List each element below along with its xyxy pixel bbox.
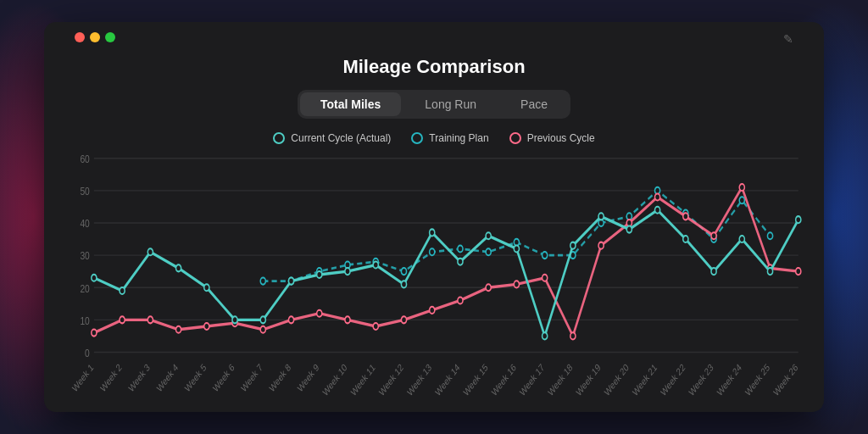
legend-item-current: Current Cycle (Actual) bbox=[273, 132, 391, 144]
svg-point-58 bbox=[767, 232, 772, 239]
svg-point-80 bbox=[683, 213, 688, 220]
svg-text:Week 26: Week 26 bbox=[771, 361, 799, 398]
svg-text:Week 19: Week 19 bbox=[574, 361, 602, 398]
svg-point-76 bbox=[570, 332, 576, 339]
legend-label-plan: Training Plan bbox=[429, 132, 488, 144]
svg-point-61 bbox=[147, 316, 153, 323]
svg-point-90 bbox=[232, 316, 237, 323]
svg-point-107 bbox=[711, 268, 716, 275]
title-bar: ✎ bbox=[61, 22, 807, 42]
svg-text:Week 14: Week 14 bbox=[433, 361, 461, 398]
svg-point-108 bbox=[739, 236, 744, 242]
svg-point-88 bbox=[176, 264, 181, 271]
svg-point-65 bbox=[260, 326, 265, 333]
svg-point-69 bbox=[373, 323, 378, 330]
svg-text:Week 22: Week 22 bbox=[659, 361, 687, 398]
legend-dot-current bbox=[273, 132, 285, 144]
tab-long-run[interactable]: Long Run bbox=[404, 92, 497, 116]
legend-label-prev: Previous Cycle bbox=[527, 132, 595, 144]
svg-text:10: 10 bbox=[80, 314, 90, 327]
svg-point-70 bbox=[401, 316, 406, 323]
legend-item-prev: Previous Cycle bbox=[509, 132, 595, 144]
svg-point-86 bbox=[120, 287, 125, 294]
svg-point-104 bbox=[626, 226, 632, 233]
svg-point-100 bbox=[514, 245, 519, 252]
svg-point-110 bbox=[796, 216, 801, 223]
svg-point-97 bbox=[430, 229, 435, 236]
tab-pace[interactable]: Pace bbox=[500, 92, 568, 116]
legend-item-plan: Training Plan bbox=[411, 132, 488, 144]
svg-text:Week 9: Week 9 bbox=[296, 361, 320, 393]
svg-point-101 bbox=[542, 332, 548, 339]
close-button[interactable] bbox=[75, 32, 85, 42]
svg-text:Week 8: Week 8 bbox=[268, 361, 292, 393]
svg-point-66 bbox=[288, 316, 293, 323]
svg-point-87 bbox=[147, 248, 153, 255]
svg-text:Week 4: Week 4 bbox=[155, 361, 180, 393]
svg-text:20: 20 bbox=[80, 281, 90, 295]
svg-point-72 bbox=[458, 297, 463, 303]
svg-point-93 bbox=[317, 271, 322, 278]
traffic-lights bbox=[75, 32, 115, 42]
svg-text:Week 23: Week 23 bbox=[687, 361, 715, 398]
svg-point-82 bbox=[739, 184, 744, 191]
legend-dot-prev bbox=[509, 132, 521, 144]
svg-point-48 bbox=[486, 248, 491, 255]
svg-point-98 bbox=[458, 259, 463, 265]
legend-dot-plan bbox=[411, 132, 423, 144]
edit-icon[interactable]: ✎ bbox=[783, 32, 793, 46]
svg-point-73 bbox=[486, 284, 491, 291]
svg-text:30: 30 bbox=[80, 249, 90, 263]
svg-point-59 bbox=[92, 330, 97, 337]
svg-text:Week 15: Week 15 bbox=[462, 361, 490, 398]
svg-point-68 bbox=[345, 316, 350, 323]
svg-text:Week 2: Week 2 bbox=[98, 361, 123, 393]
svg-point-45 bbox=[401, 268, 406, 275]
svg-text:0: 0 bbox=[85, 346, 90, 359]
svg-text:Week 5: Week 5 bbox=[183, 361, 208, 393]
svg-point-47 bbox=[458, 245, 463, 252]
svg-point-81 bbox=[711, 232, 716, 239]
svg-point-60 bbox=[120, 316, 125, 323]
svg-point-84 bbox=[796, 268, 801, 275]
svg-point-63 bbox=[204, 323, 209, 330]
minimize-button[interactable] bbox=[90, 32, 100, 42]
svg-point-94 bbox=[345, 268, 350, 275]
svg-point-103 bbox=[598, 213, 604, 220]
page-title: Mileage Comparison bbox=[61, 56, 807, 78]
maximize-button[interactable] bbox=[105, 32, 115, 42]
svg-point-99 bbox=[486, 232, 491, 239]
svg-point-92 bbox=[288, 278, 293, 285]
svg-point-40 bbox=[260, 278, 265, 285]
svg-text:40: 40 bbox=[80, 217, 90, 231]
svg-point-106 bbox=[683, 236, 688, 242]
svg-point-91 bbox=[260, 316, 265, 323]
svg-point-89 bbox=[204, 284, 209, 291]
chart-legend: Current Cycle (Actual) Training Plan Pre… bbox=[273, 132, 594, 144]
svg-point-62 bbox=[176, 326, 181, 333]
svg-text:Week 11: Week 11 bbox=[349, 361, 377, 398]
svg-text:Week 16: Week 16 bbox=[490, 361, 518, 398]
tab-total-miles[interactable]: Total Miles bbox=[300, 92, 401, 116]
svg-point-95 bbox=[373, 261, 378, 268]
svg-point-102 bbox=[570, 242, 576, 249]
svg-point-85 bbox=[92, 275, 97, 281]
svg-text:Week 6: Week 6 bbox=[211, 361, 236, 393]
svg-point-71 bbox=[430, 307, 435, 314]
svg-text:Week 25: Week 25 bbox=[743, 361, 771, 398]
chart-svg: 0102030405060Week 1Week 2Week 3Week 4Wee… bbox=[61, 153, 807, 403]
svg-point-67 bbox=[317, 310, 322, 317]
svg-text:Week 12: Week 12 bbox=[377, 361, 405, 398]
svg-point-46 bbox=[430, 248, 435, 255]
svg-point-77 bbox=[598, 242, 604, 249]
svg-text:60: 60 bbox=[80, 153, 90, 165]
svg-point-57 bbox=[739, 197, 744, 203]
svg-point-105 bbox=[655, 207, 660, 214]
svg-point-74 bbox=[514, 281, 519, 287]
svg-point-96 bbox=[401, 281, 406, 287]
chart-area: 0102030405060Week 1Week 2Week 3Week 4Wee… bbox=[61, 153, 807, 403]
svg-text:Week 13: Week 13 bbox=[405, 361, 433, 398]
svg-text:50: 50 bbox=[80, 185, 90, 198]
svg-text:Week 24: Week 24 bbox=[715, 361, 743, 398]
svg-text:Week 17: Week 17 bbox=[518, 361, 546, 398]
